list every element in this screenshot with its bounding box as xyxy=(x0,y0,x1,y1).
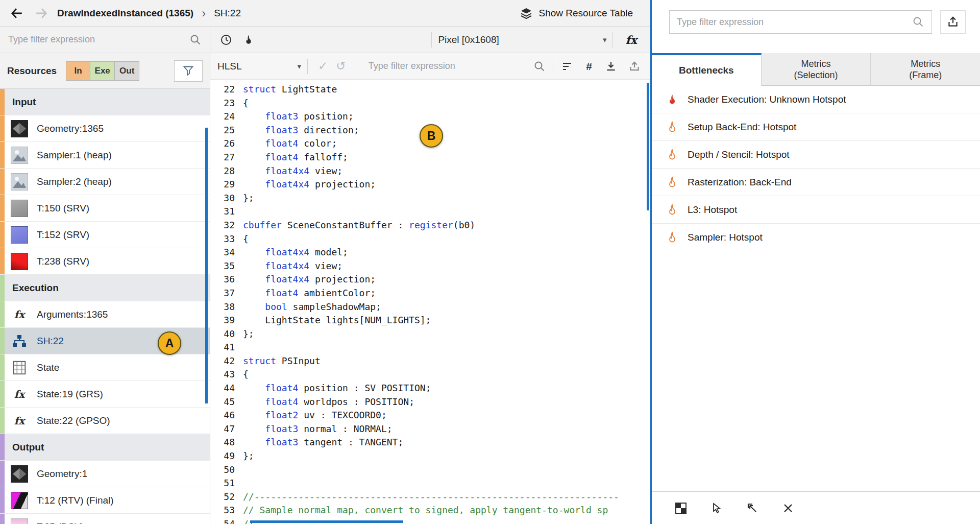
breadcrumb-event[interactable]: DrawIndexedInstanced (1365) xyxy=(57,8,193,19)
bottleneck-label: Setup Back-End: Hotspot xyxy=(688,122,796,133)
list-item-state-22[interactable]: fx State:22 (GPSO) xyxy=(0,408,210,434)
clock-icon xyxy=(219,33,233,46)
tab-bottlenecks[interactable]: Bottlenecks xyxy=(652,53,762,86)
list-item-t152[interactable]: T:152 (SRV) xyxy=(0,222,210,248)
code-vertical-scrollbar[interactable] xyxy=(647,83,649,210)
list-item-t12-rtv[interactable]: T:12 (RTV) (Final) xyxy=(0,487,210,514)
resources-vertical-scrollbar[interactable] xyxy=(205,128,208,403)
line-number: 42 xyxy=(210,354,235,368)
code-line: { xyxy=(243,232,650,246)
show-resource-table-button[interactable]: Show Resource Table xyxy=(520,7,642,20)
section-header-output: Output xyxy=(0,434,210,461)
line-number: 40 xyxy=(210,327,235,341)
bottleneck-row[interactable]: Shader Execution: Unknown Hotspot xyxy=(652,86,980,113)
list-item-sampler-2[interactable]: Sampler:2 (heap) xyxy=(0,169,210,195)
pointer-select-button[interactable] xyxy=(709,501,724,516)
tab-metrics-selection[interactable]: Metrics (Selection) xyxy=(762,53,871,86)
resources-panel: Type filter expression Resources In Exe … xyxy=(0,27,210,524)
show-resource-table-label: Show Resource Table xyxy=(539,8,633,19)
toggle-in[interactable]: In xyxy=(66,61,90,81)
line-number: 54 xyxy=(210,517,235,524)
tab-label-line1: Metrics xyxy=(911,58,940,69)
annotation-badge-b: B xyxy=(420,124,443,148)
list-item-t150[interactable]: T:150 (SRV) xyxy=(0,195,210,222)
bottleneck-row[interactable]: Rasterization: Back-End xyxy=(652,169,980,196)
geometry-icon xyxy=(10,120,29,138)
code-filter-placeholder: Type filter expression xyxy=(369,61,534,72)
section-header-label: Output xyxy=(12,442,44,453)
toggle-out-label: Out xyxy=(119,66,134,76)
bottleneck-row[interactable]: Sampler: Hotspot xyxy=(652,224,980,251)
tab-label-line1: Metrics xyxy=(801,58,831,69)
shader-stage-dropdown[interactable]: Pixel [0x1608] ▾ xyxy=(438,34,606,45)
back-button[interactable] xyxy=(8,5,26,22)
code-line: float4 worldpos : POSITION; xyxy=(243,395,650,409)
list-item-state-19[interactable]: fx State:19 (GRS) xyxy=(0,381,210,408)
fx-icon: fx xyxy=(10,412,29,430)
export-shader-button[interactable] xyxy=(626,58,643,75)
shader-toolbar-top: Pixel [0x1608] ▾ fx xyxy=(210,27,650,53)
export-metrics-button[interactable] xyxy=(940,10,966,34)
jump-to-corner-button[interactable] xyxy=(745,501,760,516)
tab-metrics-frame[interactable]: Metrics (Frame) xyxy=(871,53,980,86)
shader-stage-value: Pixel [0x1608] xyxy=(438,34,499,45)
list-item-arguments-1365[interactable]: fx Arguments:1365 xyxy=(0,301,210,328)
metrics-bottom-toolbar xyxy=(652,491,980,524)
list-item-label: T:152 (SRV) xyxy=(37,229,89,241)
list-item-label: SH:22 xyxy=(37,336,64,347)
bottleneck-label: Sampler: Hotspot xyxy=(688,232,763,243)
resources-filter-input[interactable]: Type filter expression xyxy=(0,27,210,53)
clear-selection-button[interactable] xyxy=(780,501,796,516)
code-line: float2 uv : TEXCOORD0; xyxy=(243,409,650,422)
code-line: float4x4 projection; xyxy=(243,178,650,192)
list-item-state[interactable]: State xyxy=(0,354,210,381)
list-item-geometry-1[interactable]: Geometry:1 xyxy=(0,461,210,487)
code-line: }; xyxy=(243,327,650,341)
bottleneck-label: Shader Execution: Unknown Hotspot xyxy=(688,94,846,105)
forward-button[interactable] xyxy=(33,5,50,22)
list-item-t238[interactable]: T:238 (SRV) xyxy=(0,248,210,275)
apply-check-button[interactable]: ✓ xyxy=(314,59,332,73)
code-line: float4x4 projection; xyxy=(243,273,650,287)
code-filter-input[interactable]: Type filter expression xyxy=(369,60,546,73)
toggle-exe[interactable]: Exe xyxy=(90,61,115,81)
metrics-filter-input[interactable]: Type filter expression xyxy=(669,10,932,34)
search-icon xyxy=(189,34,202,46)
fx-button[interactable]: fx xyxy=(619,33,643,46)
chevron-down-icon: ▾ xyxy=(298,62,302,71)
code-horizontal-scrollbar[interactable] xyxy=(250,520,403,523)
list-item-geometry-1365[interactable]: Geometry:1365 xyxy=(0,115,210,142)
line-number: 34 xyxy=(210,246,235,259)
flame-outline-icon xyxy=(666,148,678,161)
filter-funnel-button[interactable] xyxy=(174,60,203,82)
list-item-sampler-1[interactable]: Sampler:1 (heap) xyxy=(0,142,210,169)
chevron-down-icon: ▾ xyxy=(603,35,607,44)
list-item-t25-dsv[interactable]: T:25 (DSV) xyxy=(0,514,210,524)
hotspot-flame-button[interactable] xyxy=(240,31,257,49)
checkerboard-button[interactable] xyxy=(673,501,689,516)
sampler-icon xyxy=(10,146,29,164)
download-button[interactable] xyxy=(602,58,620,75)
line-number: 51 xyxy=(210,477,235,490)
flame-outline-icon xyxy=(666,231,678,244)
resources-label: Resources xyxy=(7,65,57,77)
sort-lines-button[interactable] xyxy=(558,58,576,75)
code-lines: struct LightState{ float3 position; floa… xyxy=(243,83,650,524)
language-dropdown[interactable]: HLSL ▾ xyxy=(217,61,301,72)
line-number: 38 xyxy=(210,300,235,314)
line-number: 50 xyxy=(210,463,235,477)
undo-button[interactable]: ↺ xyxy=(332,59,350,73)
code-line: float4x4 view; xyxy=(243,164,650,178)
code-line: }; xyxy=(243,192,650,205)
bottleneck-row[interactable]: L3: Hotspot xyxy=(652,196,980,224)
code-line xyxy=(243,341,650,354)
main-area: Type filter expression Resources In Exe … xyxy=(0,27,650,524)
bottleneck-row[interactable]: Depth / Stencil: Hotspot xyxy=(652,141,980,169)
line-numbers-toggle-button[interactable]: # xyxy=(583,60,595,73)
bottleneck-row[interactable]: Setup Back-End: Hotspot xyxy=(652,113,980,141)
toggle-out[interactable]: Out xyxy=(115,61,139,81)
resources-list: Input Geometry:1365 Samp xyxy=(0,89,210,524)
line-number: 22 xyxy=(210,83,235,97)
tab-label-line2: (Frame) xyxy=(909,69,942,81)
history-clock-button[interactable] xyxy=(217,31,235,49)
